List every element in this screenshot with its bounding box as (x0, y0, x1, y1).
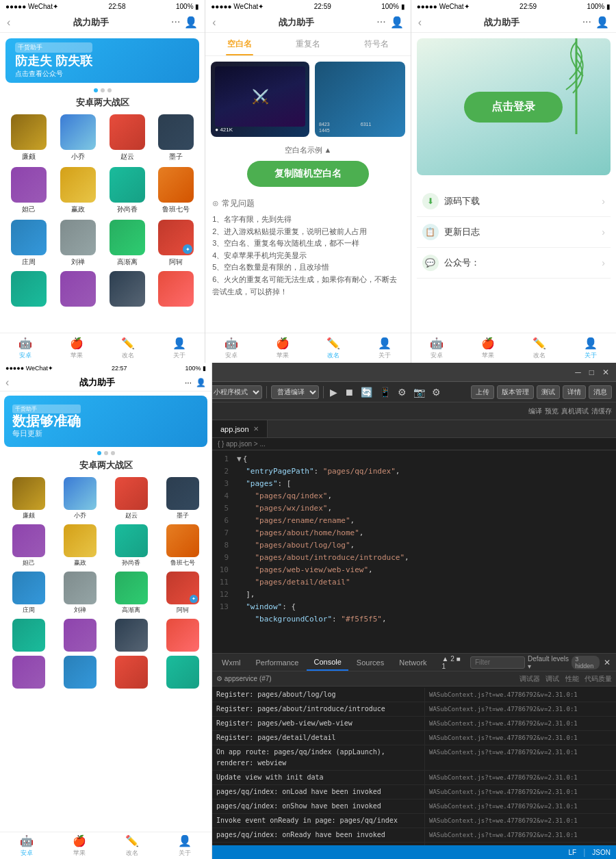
compile-btn[interactable]: ▶ (328, 386, 339, 398)
default-levels-label[interactable]: Default levels ▾ (528, 655, 569, 670)
bp-char-grid: 廉颇 小乔 赵云 墨子 妲己 赢政 孙尚香 鲁班七号 庄周 刘禅 高渐离 ✦阿轲 (0, 477, 211, 652)
console-tab-wxml[interactable]: Wxml (215, 654, 248, 671)
tab-symbol-name[interactable]: 符号名 (342, 33, 411, 55)
bp-char[interactable]: ✦阿轲 (159, 572, 206, 615)
back-icon-mid[interactable]: ‹ (212, 16, 216, 29)
char-item[interactable]: ✦阿轲 (154, 220, 198, 267)
gear-icon-btn[interactable]: ⚙ (430, 386, 443, 398)
tab-about-mid[interactable]: 👤 关于 (359, 333, 411, 363)
close-tab-icon[interactable]: ✕ (253, 425, 259, 433)
bp-char[interactable]: 廉颇 (5, 477, 53, 520)
refresh-btn[interactable]: 🔄 (359, 386, 374, 398)
bp-tab-about[interactable]: 👤 关于 (159, 832, 211, 859)
bp-tab-android[interactable]: 🤖 安卓 (0, 832, 53, 859)
settings-icon-btn[interactable]: ⚙ (396, 386, 409, 398)
menu-item-download[interactable]: ⬇ 源码下载 › (417, 186, 611, 217)
char-item[interactable] (154, 271, 198, 307)
test-btn[interactable]: 测试 (537, 385, 560, 399)
char-item[interactable]: 赵云 (105, 114, 149, 162)
char-item[interactable]: 廉颇 (7, 114, 51, 162)
bp-char[interactable]: 赢政 (57, 524, 104, 567)
more-icon-right[interactable]: ··· (582, 16, 591, 29)
char-item[interactable] (7, 271, 51, 307)
tab-apple-left[interactable]: 🍎 苹果 (51, 333, 103, 363)
bp-char[interactable]: 刘禅 (57, 572, 104, 615)
menu-item-wechat[interactable]: 💬 公众号： › (417, 248, 611, 279)
detail-btn[interactable]: 详情 (563, 385, 586, 399)
version-btn[interactable]: 版本管理 (497, 385, 534, 399)
stop-btn[interactable]: ⏹ (342, 386, 356, 398)
tab-android-mid[interactable]: 🤖 安卓 (205, 333, 257, 363)
tab-about-left[interactable]: 👤 关于 (153, 333, 205, 363)
maximize-btn[interactable]: □ (587, 366, 597, 379)
char-item[interactable] (105, 271, 149, 307)
tab-apple-right[interactable]: 🍎 苹果 (462, 333, 513, 363)
tab-repeat-name[interactable]: 重复名 (274, 33, 342, 55)
console-tab-network[interactable]: Network (392, 654, 433, 671)
char-item[interactable]: 高渐离 (105, 220, 149, 267)
char-item[interactable]: 小乔 (56, 114, 100, 162)
tab-android-right[interactable]: 🤖 安卓 (411, 333, 463, 363)
bp-char[interactable] (159, 619, 206, 652)
bp-char-extra[interactable] (108, 656, 155, 689)
screenshot-btn[interactable]: 📷 (411, 386, 427, 398)
upload-btn[interactable]: 上传 (471, 385, 494, 399)
console-close-btn[interactable]: ✕ (601, 656, 613, 669)
bp-char-extra[interactable] (5, 656, 53, 689)
phone-btn[interactable]: 📱 (377, 386, 393, 398)
tab-rename-left[interactable]: ✏️ 改名 (103, 333, 154, 363)
login-button[interactable]: 点击登录 (464, 92, 563, 123)
bp-char[interactable]: 孙尚香 (108, 524, 155, 567)
bp-char[interactable]: 赵云 (108, 477, 155, 520)
tab-rename-right[interactable]: ✏️ 改名 (513, 333, 565, 363)
back-icon-right[interactable]: ‹ (418, 16, 422, 29)
profile-icon-mid[interactable]: 👤 (390, 16, 404, 29)
mode-select[interactable]: 小程序模式 (207, 385, 262, 399)
code-tab-appjson[interactable]: app.json ✕ (212, 420, 268, 437)
char-item[interactable] (56, 271, 100, 307)
bp-char[interactable]: 鲁班七号 (159, 524, 206, 567)
char-item[interactable]: 孙尚香 (105, 167, 149, 214)
bp-char-extra[interactable] (57, 656, 104, 689)
char-item[interactable]: 鲁班七号 (154, 167, 198, 214)
more-icon-mid[interactable]: ··· (376, 16, 385, 29)
char-item[interactable]: 妲己 (7, 167, 51, 214)
menu-item-changelog[interactable]: 📋 更新日志 › (417, 217, 611, 248)
console-filter-input[interactable] (470, 656, 525, 669)
bp-char[interactable]: 庄周 (5, 572, 53, 615)
generate-btn[interactable]: 复制随机空白名 (247, 161, 369, 187)
char-item[interactable]: 刘禅 (56, 220, 100, 267)
profile-icon-left[interactable]: 👤 (184, 16, 198, 29)
tab-rename-mid[interactable]: ✏️ 改名 (308, 333, 359, 363)
tab-android-left[interactable]: 🤖 安卓 (0, 333, 51, 363)
tab-apple-mid[interactable]: 🍎 苹果 (257, 333, 308, 363)
bp-char-extra[interactable] (159, 656, 206, 689)
char-item[interactable]: 庄周 (7, 220, 51, 267)
bp-char[interactable]: 妲己 (5, 524, 53, 567)
compile-select[interactable]: 普通编译 (271, 385, 319, 399)
bp-char[interactable] (108, 619, 155, 652)
bp-more-icon[interactable]: ··· (185, 378, 192, 387)
bp-char[interactable]: 高渐离 (108, 572, 155, 615)
console-tab-console[interactable]: Console (307, 654, 348, 671)
back-icon-left[interactable]: ‹ (7, 16, 10, 29)
bp-profile-icon[interactable]: 👤 (196, 378, 206, 387)
close-btn[interactable]: ✕ (600, 366, 612, 379)
bp-tab-apple[interactable]: 🍎 苹果 (53, 832, 105, 859)
bp-char[interactable] (5, 619, 53, 652)
bp-tab-rename[interactable]: ✏️ 改名 (106, 832, 159, 859)
console-tab-perf[interactable]: Performance (249, 654, 306, 671)
console-tab-sources[interactable]: Sources (350, 654, 391, 671)
bp-char[interactable] (57, 619, 104, 652)
tab-blank-name[interactable]: 空白名 (205, 33, 274, 55)
more-icon-left[interactable]: ··· (171, 16, 180, 29)
profile-icon-right[interactable]: 👤 (595, 16, 609, 29)
char-item[interactable]: 墨子 (154, 114, 198, 162)
bp-back-icon[interactable]: ‹ (5, 376, 9, 389)
minimize-btn[interactable]: ─ (572, 366, 584, 379)
tab-about-right[interactable]: 👤 关于 (565, 333, 616, 363)
bp-char[interactable]: 墨子 (159, 477, 206, 520)
message-btn[interactable]: 消息 (589, 385, 612, 399)
bp-char[interactable]: 小乔 (57, 477, 104, 520)
char-item[interactable]: 赢政 (56, 167, 100, 214)
